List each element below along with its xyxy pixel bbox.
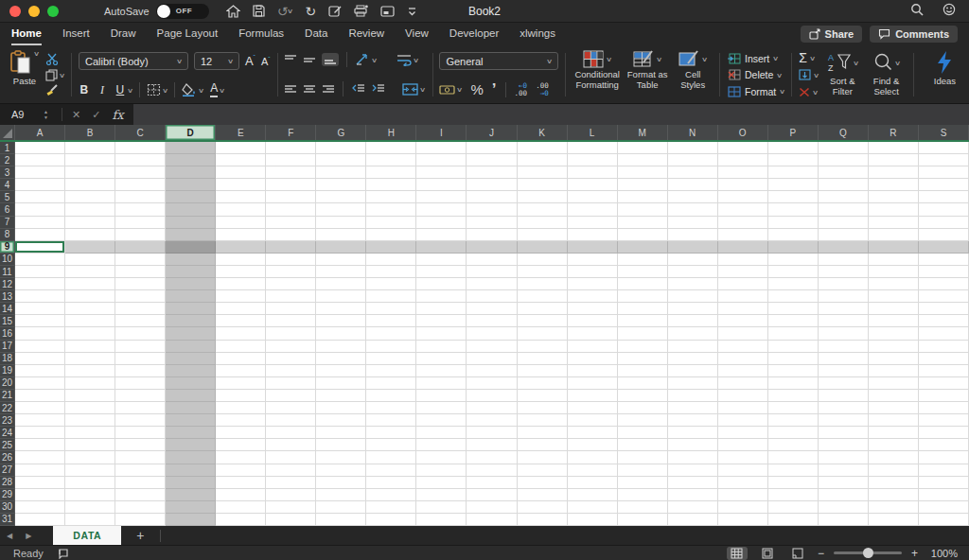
cell-G3[interactable] [316, 166, 366, 179]
cell-J22[interactable] [467, 402, 517, 414]
cell-P5[interactable] [768, 191, 819, 203]
cell-J31[interactable] [467, 514, 517, 526]
cell-F28[interactable] [266, 477, 316, 489]
cell-G12[interactable] [316, 278, 366, 290]
cell-K10[interactable] [518, 254, 568, 266]
cell-G9[interactable] [316, 241, 366, 254]
cell-I6[interactable] [416, 203, 467, 216]
cell-Q7[interactable] [819, 217, 869, 229]
cell-K24[interactable] [518, 427, 568, 439]
orientation-button[interactable]: ∨ [355, 53, 377, 66]
cell-N17[interactable] [668, 341, 718, 353]
row-header-22[interactable]: 22 [0, 402, 15, 414]
column-header-L[interactable]: L [568, 125, 618, 140]
cell-C9[interactable] [115, 241, 166, 254]
cell-A10[interactable] [15, 254, 65, 266]
cell-H1[interactable] [366, 142, 416, 154]
cell-D22[interactable] [166, 402, 216, 414]
cell-J3[interactable] [467, 166, 517, 179]
cell-G11[interactable] [316, 266, 366, 278]
cell-Q4[interactable] [819, 179, 869, 191]
cell-R2[interactable] [869, 154, 919, 166]
cell-A18[interactable] [15, 353, 65, 365]
cell-J26[interactable] [467, 451, 517, 464]
cell-E16[interactable] [216, 327, 266, 340]
cell-L12[interactable] [568, 278, 618, 290]
cell-P22[interactable] [768, 402, 819, 414]
decrease-font-size-button[interactable]: Aˇ [261, 56, 271, 67]
cell-A25[interactable] [15, 439, 65, 451]
cell-O1[interactable] [718, 142, 768, 154]
cell-Q14[interactable] [819, 303, 869, 315]
cell-F4[interactable] [266, 179, 316, 191]
row-header-4[interactable]: 4 [0, 179, 15, 191]
ribbon-tab-review[interactable]: Review [348, 24, 384, 45]
cell-H16[interactable] [366, 327, 416, 340]
cell-A6[interactable] [15, 203, 65, 216]
cell-K20[interactable] [518, 377, 568, 390]
cell-K18[interactable] [518, 353, 568, 365]
cell-S7[interactable] [919, 217, 969, 229]
row-header-24[interactable]: 24 [0, 427, 15, 439]
cell-C13[interactable] [115, 290, 166, 303]
cell-A17[interactable] [15, 341, 65, 353]
cell-M28[interactable] [618, 477, 668, 489]
print-icon[interactable] [354, 5, 368, 17]
cell-I25[interactable] [416, 439, 467, 451]
macro-record-icon[interactable] [57, 548, 69, 559]
cell-J29[interactable] [467, 489, 517, 501]
name-box-stepper[interactable]: ▲ ▼ [44, 110, 48, 120]
row-header-9[interactable]: 9 [0, 241, 15, 254]
cell-F6[interactable] [266, 203, 316, 216]
cell-N19[interactable] [668, 365, 718, 377]
column-header-C[interactable]: C [115, 125, 166, 140]
cell-O14[interactable] [718, 303, 768, 315]
cell-H27[interactable] [366, 464, 416, 477]
column-header-D[interactable]: D [166, 125, 216, 140]
cell-N20[interactable] [668, 377, 718, 390]
font-color-button[interactable]: A ∨ [210, 82, 224, 96]
cell-B2[interactable] [65, 154, 115, 166]
cell-G27[interactable] [316, 464, 366, 477]
cell-I11[interactable] [416, 266, 467, 278]
cell-M16[interactable] [618, 327, 668, 340]
search-icon[interactable] [910, 3, 924, 20]
cell-Q27[interactable] [819, 464, 869, 477]
cell-D16[interactable] [166, 327, 216, 340]
row-header-31[interactable]: 31 [0, 514, 15, 526]
cell-I31[interactable] [416, 514, 467, 526]
cell-F14[interactable] [266, 303, 316, 315]
cell-H14[interactable] [366, 303, 416, 315]
cut-button[interactable] [45, 52, 64, 66]
cell-A21[interactable] [15, 390, 65, 402]
cell-I3[interactable] [416, 166, 467, 179]
cell-C21[interactable] [115, 390, 166, 402]
cell-G6[interactable] [316, 203, 366, 216]
cell-L27[interactable] [568, 464, 618, 477]
cell-J19[interactable] [467, 365, 517, 377]
cell-P25[interactable] [768, 439, 819, 451]
align-right-button[interactable] [322, 83, 335, 95]
cell-H12[interactable] [366, 278, 416, 290]
cell-I20[interactable] [416, 377, 467, 390]
cell-B27[interactable] [65, 464, 115, 477]
cell-I26[interactable] [416, 451, 467, 464]
cell-K31[interactable] [518, 514, 568, 526]
cell-A16[interactable] [15, 327, 65, 340]
cell-H21[interactable] [366, 390, 416, 402]
cell-J15[interactable] [467, 315, 517, 327]
cell-F8[interactable] [266, 229, 316, 241]
cell-S19[interactable] [919, 365, 969, 377]
cell-K13[interactable] [518, 290, 568, 303]
cell-P17[interactable] [768, 341, 819, 353]
cell-L18[interactable] [568, 353, 618, 365]
wrap-text-button[interactable]: ∨ [396, 54, 418, 66]
cell-O20[interactable] [718, 377, 768, 390]
cell-A15[interactable] [15, 315, 65, 327]
cell-S2[interactable] [919, 154, 969, 166]
cell-Q13[interactable] [819, 290, 869, 303]
ribbon-tab-xlwings[interactable]: xlwings [520, 24, 555, 45]
row-header-26[interactable]: 26 [0, 451, 15, 464]
cell-I4[interactable] [416, 179, 467, 191]
cell-N12[interactable] [668, 278, 718, 290]
